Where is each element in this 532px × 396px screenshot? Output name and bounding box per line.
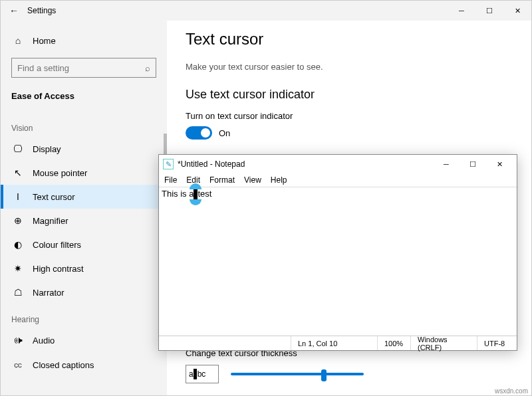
minimize-button[interactable]: ─ (448, 1, 475, 21)
settings-titlebar: ← Settings ─ ☐ ✕ (1, 1, 531, 21)
notepad-statusbar: Ln 1, Col 10 100% Windows (CRLF) UTF-8 (159, 336, 517, 350)
magnifier-icon: ⊕ (13, 215, 23, 226)
maximize-button[interactable]: ☐ (475, 1, 503, 21)
notepad-title: *Untitled - Notepad (178, 159, 245, 169)
colour-icon: ◐ (13, 239, 23, 250)
nav-narrator[interactable]: ☖Narrator (1, 280, 167, 304)
status-zoom: 100% (377, 336, 410, 350)
menu-view[interactable]: View (244, 175, 261, 185)
menu-help[interactable]: Help (271, 175, 287, 185)
captions-icon: ㏄ (13, 359, 23, 371)
notepad-body[interactable]: This is atest (159, 187, 517, 336)
nav-high-contrast[interactable]: ✷High contrast (1, 256, 167, 280)
audio-icon: 🕪 (13, 335, 23, 346)
contrast-icon: ✷ (13, 263, 23, 274)
preview-cursor (194, 369, 197, 379)
search-box[interactable]: ⌕ (11, 58, 156, 78)
text-cursor-indicator (194, 189, 198, 199)
menu-file[interactable]: File (164, 175, 177, 185)
nav-display[interactable]: 🖵Display (1, 137, 167, 161)
category-label: Ease of Access (1, 84, 167, 113)
np-minimize-button[interactable]: ─ (433, 155, 460, 173)
toggle-switch[interactable] (186, 126, 212, 140)
indicator-toggle[interactable]: On (186, 126, 513, 140)
display-icon: 🖵 (13, 144, 23, 154)
np-maximize-button[interactable]: ☐ (460, 155, 486, 173)
home-label: Home (33, 36, 56, 46)
np-close-button[interactable]: ✕ (486, 155, 513, 173)
narrator-icon: ☖ (13, 287, 23, 298)
notepad-titlebar[interactable]: ✎ *Untitled - Notepad ─ ☐ ✕ (159, 155, 517, 173)
text-cursor-icon: I (13, 191, 23, 202)
status-encoding: UTF-8 (477, 336, 517, 350)
nav-magnifier[interactable]: ⊕Magnifier (1, 209, 167, 233)
page-subtitle: Make your text cursor easier to see. (186, 62, 513, 72)
status-position: Ln 1, Col 10 (291, 336, 377, 350)
search-input[interactable] (17, 63, 145, 73)
nav-text-cursor[interactable]: IText cursor (1, 185, 167, 209)
page-heading: Text cursor (186, 30, 513, 49)
mouse-icon: ↖ (13, 167, 23, 178)
group-vision: Vision (1, 121, 167, 137)
thickness-preview: abc (186, 365, 219, 383)
settings-sidebar: ⌂ Home ⌕ Ease of Access Vision 🖵Display … (1, 21, 167, 395)
group-hearing: Hearing (1, 312, 167, 328)
search-icon: ⌕ (145, 63, 150, 73)
menu-format[interactable]: Format (209, 175, 235, 185)
notepad-icon: ✎ (163, 159, 174, 169)
nav-closed-captions[interactable]: ㏄Closed captions (1, 352, 167, 377)
watermark: wsxdn.com (495, 387, 528, 395)
thickness-slider[interactable] (231, 373, 364, 375)
toggle-label: Turn on text cursor indicator (186, 111, 513, 121)
nav-mouse[interactable]: ↖Mouse pointer (1, 161, 167, 185)
notepad-window: ✎ *Untitled - Notepad ─ ☐ ✕ File Edit Fo… (158, 154, 517, 351)
settings-title: Settings (27, 6, 56, 15)
section-heading: Use text cursor indicator (186, 88, 513, 102)
close-button[interactable]: ✕ (503, 1, 531, 21)
home-button[interactable]: ⌂ Home (1, 30, 167, 51)
nav-audio[interactable]: 🕪Audio (1, 328, 167, 352)
back-button[interactable]: ← (1, 5, 27, 16)
notepad-menu: File Edit Format View Help (159, 173, 517, 187)
toggle-state: On (219, 128, 230, 138)
status-eol: Windows (CRLF) (410, 336, 477, 350)
nav-colour-filters[interactable]: ◐Colour filters (1, 233, 167, 256)
home-icon: ⌂ (13, 35, 23, 46)
